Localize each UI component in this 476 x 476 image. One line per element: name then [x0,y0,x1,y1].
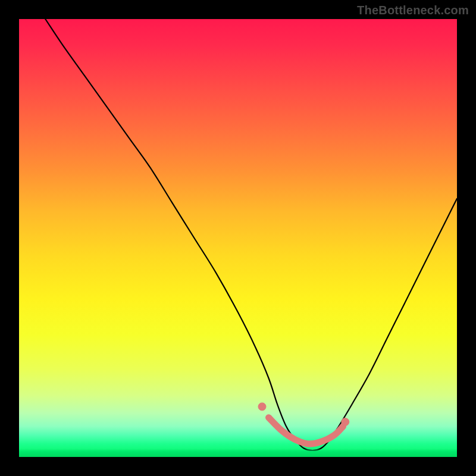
plot-area [19,19,457,457]
optimal-range-stroke [269,418,343,444]
bottleneck-curve-line [45,19,457,450]
chart-frame: TheBottleneck.com [0,0,476,476]
optimal-range-dot [342,418,349,426]
optimal-range-dot [258,403,266,411]
bottleneck-chart [19,19,457,457]
watermark-text: TheBottleneck.com [357,4,469,17]
